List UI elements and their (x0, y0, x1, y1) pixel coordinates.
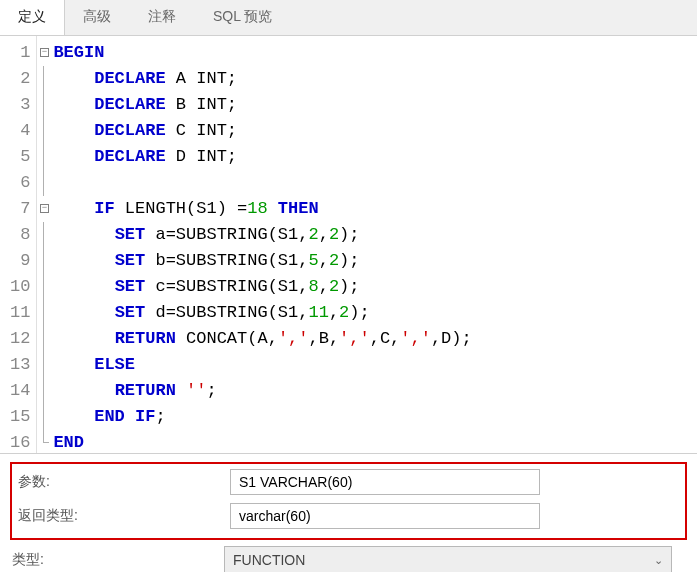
tab-label: SQL 预览 (213, 8, 272, 24)
code-content[interactable]: BEGIN DECLARE A INT; DECLARE B INT; DECL… (51, 36, 471, 453)
type-label: 类型: (10, 551, 224, 569)
return-type-input[interactable] (230, 503, 540, 529)
type-select[interactable]: FUNCTION ⌄ (224, 546, 672, 572)
fold-column: −− (37, 36, 51, 453)
tab-label: 高级 (83, 8, 111, 24)
form-area: 参数: 返回类型: 类型: FUNCTION ⌄ (0, 454, 697, 572)
tab-sql-preview[interactable]: SQL 预览 (195, 0, 291, 35)
tab-label: 注释 (148, 8, 176, 24)
return-type-label: 返回类型: (16, 507, 230, 525)
tab-definition[interactable]: 定义 (0, 0, 65, 35)
type-row: 类型: FUNCTION ⌄ (10, 546, 687, 572)
code-editor[interactable]: 1 2 3 4 5 6 7 8 9 10 11 12 13 14 15 16 −… (0, 36, 697, 454)
tab-advanced[interactable]: 高级 (65, 0, 130, 35)
params-row: 参数: (16, 468, 681, 496)
tab-label: 定义 (18, 8, 46, 24)
tab-strip: 定义 高级 注释 SQL 预览 (0, 0, 697, 36)
params-label: 参数: (16, 473, 230, 491)
return-type-row: 返回类型: (16, 502, 681, 530)
line-number-gutter: 1 2 3 4 5 6 7 8 9 10 11 12 13 14 15 16 (0, 36, 37, 453)
params-input[interactable] (230, 469, 540, 495)
tab-comments[interactable]: 注释 (130, 0, 195, 35)
type-value: FUNCTION (233, 552, 305, 568)
highlighted-region: 参数: 返回类型: (10, 462, 687, 540)
chevron-down-icon: ⌄ (654, 554, 663, 567)
